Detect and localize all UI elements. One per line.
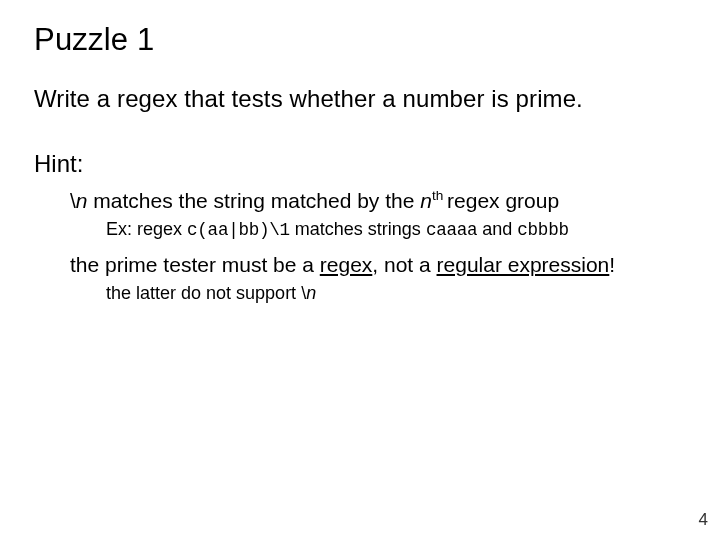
text: regex group <box>447 189 559 212</box>
code-match-1: caaaa <box>426 220 477 240</box>
text: Ex: regex <box>106 219 187 239</box>
text: matches the string matched by the <box>88 189 421 212</box>
text: the latter do not support \ <box>106 283 306 303</box>
text: , not a <box>372 253 436 276</box>
hint-line-1: \n matches the string matched by the nth… <box>70 188 686 214</box>
puzzle-statement: Write a regex that tests whether a numbe… <box>34 84 686 114</box>
hint-line-2: the prime tester must be a regex, not a … <box>70 252 686 278</box>
underline-regex: regex <box>320 253 373 276</box>
page-number: 4 <box>699 510 708 530</box>
code-match-2: cbbbb <box>517 220 568 240</box>
text: the prime tester must be a <box>70 253 320 276</box>
text: ! <box>609 253 615 276</box>
italic-n: n <box>76 189 88 212</box>
slide-title: Puzzle 1 <box>34 22 686 58</box>
text: and <box>477 219 517 239</box>
hint-label: Hint: <box>34 150 686 178</box>
underline-regular-expression: regular expression <box>437 253 610 276</box>
hint-line-2-sub: the latter do not support \n <box>106 282 686 305</box>
superscript-th: th <box>432 188 447 203</box>
code-regex: c(aa|bb)\1 <box>187 220 290 240</box>
italic-n: n <box>306 283 316 303</box>
text: matches strings <box>290 219 426 239</box>
italic-n: n <box>420 189 432 212</box>
hint-example: Ex: regex c(aa|bb)\1 matches strings caa… <box>106 218 686 242</box>
slide: Puzzle 1 Write a regex that tests whethe… <box>0 0 720 540</box>
